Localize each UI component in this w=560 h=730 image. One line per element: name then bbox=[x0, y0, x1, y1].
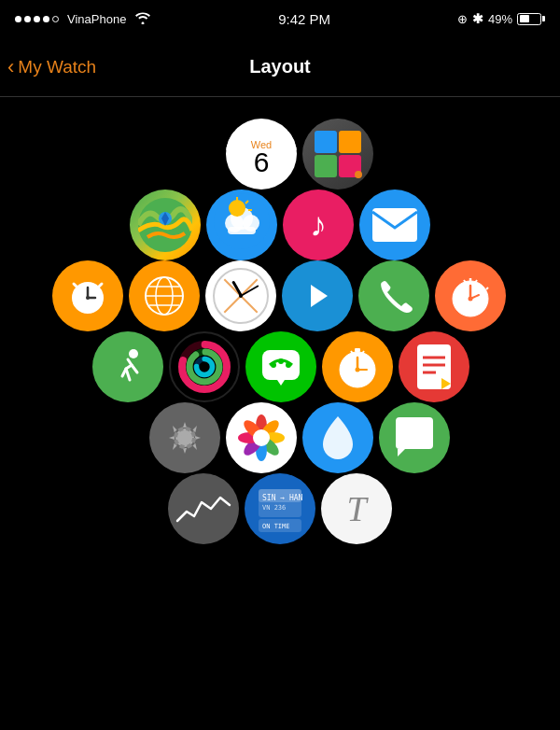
svg-point-28 bbox=[469, 297, 473, 302]
folder-notification-dot bbox=[355, 171, 362, 178]
typora-svg: T bbox=[333, 485, 380, 532]
app-row-1: Wed 6 bbox=[95, 116, 504, 192]
app-mail[interactable] bbox=[359, 190, 430, 260]
svg-text:ON TIME: ON TIME bbox=[262, 523, 290, 530]
svg-text:♪: ♪ bbox=[310, 205, 327, 244]
stocks-svg bbox=[175, 488, 231, 530]
app-row-2: ♪ bbox=[56, 187, 504, 263]
line-svg bbox=[257, 343, 305, 391]
app-world[interactable] bbox=[129, 260, 200, 331]
svg-rect-40 bbox=[262, 350, 300, 380]
svg-rect-6 bbox=[228, 227, 256, 234]
app-phone[interactable] bbox=[358, 260, 429, 331]
app-drop[interactable] bbox=[302, 402, 373, 473]
app-calendar[interactable]: Wed 6 bbox=[226, 119, 297, 190]
app-row-4 bbox=[58, 329, 504, 405]
maps-svg bbox=[138, 198, 192, 252]
nav-title: Layout bbox=[249, 56, 311, 77]
photos-petals bbox=[236, 413, 287, 463]
folder-grid bbox=[315, 131, 361, 177]
clock-center bbox=[239, 294, 243, 298]
svg-point-42 bbox=[278, 358, 284, 364]
app-photos[interactable] bbox=[226, 402, 297, 473]
folder-item-2 bbox=[339, 131, 361, 153]
phone-svg bbox=[375, 277, 413, 315]
clock-face bbox=[213, 268, 269, 324]
world-svg bbox=[139, 271, 189, 321]
svg-rect-50 bbox=[355, 348, 360, 352]
signal-dot-3 bbox=[34, 16, 40, 22]
bluetooth-icon: ✱ bbox=[472, 11, 483, 26]
signal-dots bbox=[15, 16, 59, 22]
folder-item-3 bbox=[315, 155, 337, 177]
photos-svg bbox=[236, 413, 287, 463]
svg-point-47 bbox=[356, 368, 360, 372]
run-svg bbox=[107, 346, 148, 387]
status-left: VinaPhone bbox=[15, 11, 151, 27]
app-stocks[interactable] bbox=[168, 473, 239, 544]
app-row-5 bbox=[95, 400, 504, 476]
app-activity[interactable] bbox=[169, 331, 240, 402]
signal-dot-2 bbox=[24, 16, 31, 22]
app-row-3 bbox=[54, 258, 504, 334]
app-music[interactable]: ♪ bbox=[283, 190, 354, 260]
app-typora[interactable]: T bbox=[321, 473, 392, 544]
messages-svg bbox=[390, 414, 439, 462]
stopwatch-svg bbox=[332, 342, 383, 392]
play-svg bbox=[301, 280, 333, 312]
svg-text:T: T bbox=[346, 489, 369, 528]
app-messages[interactable] bbox=[379, 402, 450, 473]
folder-item-1 bbox=[315, 131, 337, 153]
status-right: ⊕ ✱ 49% bbox=[457, 11, 545, 26]
timer-svg bbox=[445, 271, 496, 321]
back-button[interactable]: ‹ My Watch bbox=[7, 57, 96, 77]
battery-percent: 49% bbox=[488, 12, 512, 26]
fitness-rings bbox=[176, 339, 232, 395]
app-flighty[interactable]: SIN → HAN VN 236 ON TIME bbox=[245, 473, 315, 544]
app-maps[interactable] bbox=[130, 190, 201, 260]
app-workout[interactable] bbox=[92, 331, 163, 402]
status-time: 9:42 PM bbox=[278, 11, 330, 27]
app-stopwatch[interactable] bbox=[322, 331, 393, 402]
goodlinks-svg bbox=[413, 343, 455, 391]
wifi-icon bbox=[134, 11, 151, 27]
battery-icon bbox=[517, 13, 545, 25]
svg-point-7 bbox=[229, 200, 245, 217]
flighty-svg: SIN → HAN VN 236 ON TIME bbox=[255, 484, 305, 534]
app-goodlinks[interactable] bbox=[399, 331, 469, 402]
app-timer[interactable] bbox=[435, 260, 506, 331]
weather-icon bbox=[214, 193, 270, 257]
signal-dot-1 bbox=[15, 16, 21, 22]
svg-point-43 bbox=[286, 362, 291, 368]
drop-svg bbox=[317, 413, 358, 463]
app-remote[interactable] bbox=[282, 260, 353, 331]
cal-day-num: 6 bbox=[254, 148, 270, 176]
app-settings[interactable] bbox=[149, 402, 220, 473]
svg-marker-24 bbox=[311, 285, 328, 307]
svg-point-33 bbox=[129, 349, 138, 358]
app-folder[interactable] bbox=[302, 119, 373, 190]
app-alarm[interactable] bbox=[52, 260, 123, 331]
signal-dot-4 bbox=[43, 16, 49, 22]
stocks-chart bbox=[175, 488, 231, 530]
honeycomb-grid: Wed 6 bbox=[56, 116, 504, 541]
back-label: My Watch bbox=[18, 57, 96, 77]
svg-point-41 bbox=[271, 362, 276, 368]
back-chevron-icon: ‹ bbox=[7, 57, 14, 77]
status-bar: VinaPhone 9:42 PM ⊕ ✱ 49% bbox=[0, 0, 560, 37]
settings-svg bbox=[161, 414, 208, 461]
music-svg: ♪ bbox=[298, 204, 339, 246]
weather-svg bbox=[214, 193, 270, 249]
rings-svg bbox=[176, 339, 232, 395]
app-weather[interactable] bbox=[206, 190, 277, 260]
app-clock[interactable] bbox=[205, 260, 276, 331]
alarm-svg bbox=[64, 273, 111, 319]
carrier-name: VinaPhone bbox=[67, 12, 126, 26]
svg-line-32 bbox=[486, 288, 488, 289]
svg-rect-12 bbox=[372, 208, 417, 242]
app-line[interactable] bbox=[245, 331, 316, 402]
rotation-lock-icon: ⊕ bbox=[457, 12, 468, 26]
mail-svg bbox=[371, 207, 418, 243]
app-grid-container: Wed 6 bbox=[0, 97, 560, 541]
svg-point-16 bbox=[86, 296, 90, 300]
